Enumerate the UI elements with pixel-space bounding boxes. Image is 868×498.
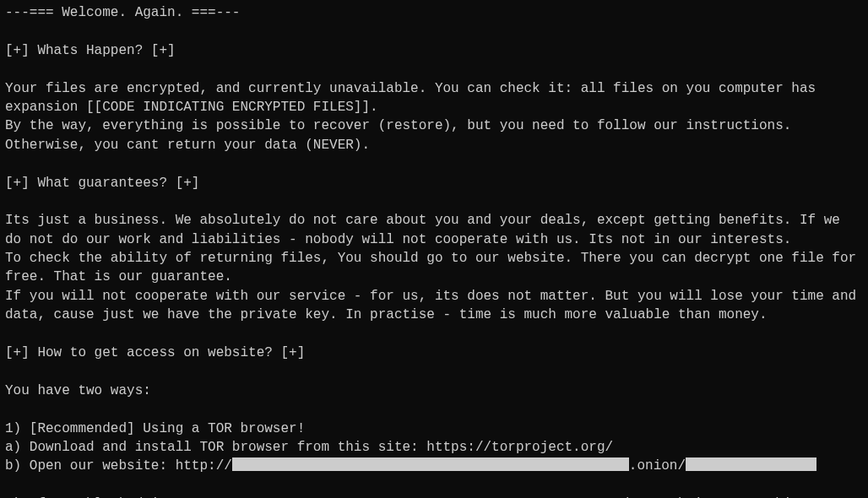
redacted-onion-host [232,457,629,471]
way1-step-b-prefix: b) Open our website: http:// [5,458,232,474]
section-body-whats-happen: Your files are encrypted, and currently … [5,81,824,153]
way1-step-b-mid: .onion/ [629,458,686,474]
redacted-onion-path [686,457,816,471]
way1-step-a: a) Download and install TOR browser from… [5,440,613,455]
section-title-guarantees: [+] What guarantees? [+] [5,176,199,191]
way1-title: 1) [Recommended] Using a TOR browser! [5,421,305,436]
header-line: ---=== Welcome. Again. ===--- [5,5,240,20]
section-title-whats-happen: [+] Whats Happen? [+] [5,43,176,58]
access-intro: You have two ways: [5,383,151,398]
terminal-output: ---=== Welcome. Again. ===--- [+] Whats … [5,3,863,498]
section-body-guarantees: Its just a business. We absolutely do no… [5,213,865,322]
section-title-access: [+] How to get access on website? [+] [5,345,305,360]
